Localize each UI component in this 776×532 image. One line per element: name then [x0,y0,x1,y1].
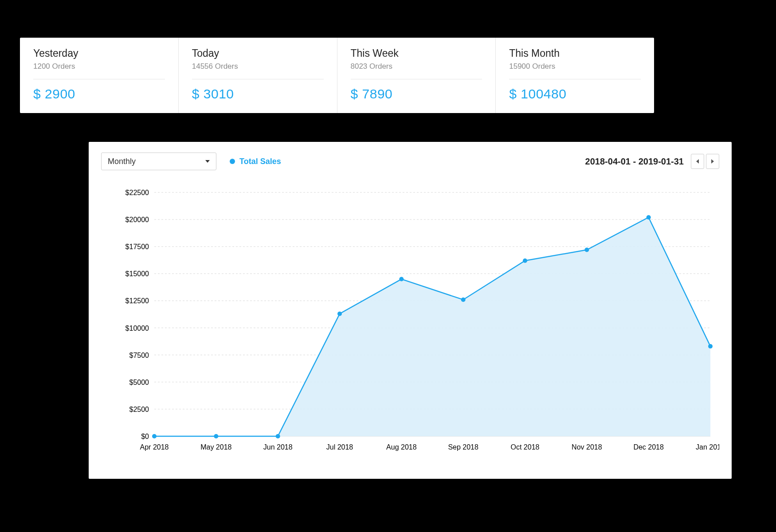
stat-subtitle: 15900 Orders [509,62,641,71]
stat-divider [33,79,165,79]
legend-dot-icon [230,159,235,164]
x-tick-label: Jun 2018 [263,443,293,451]
caret-down-icon [205,160,210,163]
svg-point-11 [214,434,218,438]
stat-value: $ 7890 [351,86,482,102]
y-tick-label: $12500 [125,297,149,305]
x-tick-label: Aug 2018 [386,443,417,451]
period-select[interactable]: Monthly [101,153,216,170]
y-tick-label: $10000 [125,325,149,332]
date-prev-button[interactable] [691,154,704,169]
svg-point-15 [461,297,466,302]
date-range-wrap: 2018-04-01 - 2019-01-31 [585,154,719,169]
y-tick-label: $17500 [125,243,149,250]
y-tick-label: $5000 [129,379,149,386]
stat-divider [351,79,482,79]
x-tick-label: Jul 2018 [326,443,353,451]
stat-subtitle: 14556 Orders [192,62,324,71]
stat-title: Today [192,47,324,59]
date-next-button[interactable] [706,154,719,169]
chevron-right-icon [711,159,714,164]
x-tick-label: May 2018 [200,443,231,451]
date-range: 2018-04-01 - 2019-01-31 [585,156,684,167]
chevron-left-icon [696,159,699,164]
y-tick-label: $22500 [125,189,149,196]
chart-toolbar: Monthly Total Sales 2018-04-01 - 2019-01… [101,153,719,170]
chart-plot: $0$2500$5000$7500$10000$12500$15000$1750… [101,188,719,463]
stat-title: Yesterday [33,47,165,59]
stat-card-today: Today 14556 Orders $ 3010 [179,38,337,113]
stat-card-this-week: This Week 8023 Orders $ 7890 [337,38,496,113]
stat-title: This Week [351,47,482,59]
x-tick-label: Oct 2018 [511,443,540,451]
stat-title: This Month [509,47,641,59]
stat-subtitle: 8023 Orders [351,62,482,71]
svg-point-10 [152,434,157,438]
stat-divider [509,79,641,79]
stat-card-yesterday: Yesterday 1200 Orders $ 2900 [20,38,179,113]
chart-legend: Total Sales [230,157,281,166]
period-select-value: Monthly [108,157,136,166]
svg-point-19 [708,344,713,348]
legend-label: Total Sales [239,157,281,166]
y-tick-label: $20000 [125,216,149,223]
svg-point-17 [584,248,589,252]
stat-divider [192,79,324,79]
stat-value: $ 3010 [192,86,324,102]
x-tick-label: Apr 2018 [140,443,169,451]
chart-svg: $0$2500$5000$7500$10000$12500$15000$1750… [101,188,719,463]
svg-point-18 [647,215,651,219]
stats-row: Yesterday 1200 Orders $ 2900 Today 14556… [20,38,654,113]
svg-point-14 [399,277,404,282]
x-tick-label: Dec 2018 [633,443,664,451]
chart-panel: Monthly Total Sales 2018-04-01 - 2019-01… [89,142,732,479]
x-tick-label: Sep 2018 [448,443,478,451]
svg-point-12 [276,434,280,438]
svg-point-13 [337,312,342,316]
stat-value: $ 2900 [33,86,165,102]
y-tick-label: $2500 [129,406,149,413]
stat-card-this-month: This Month 15900 Orders $ 100480 [496,38,654,113]
y-tick-label: $0 [141,433,149,440]
stat-value: $ 100480 [509,86,641,102]
y-tick-label: $15000 [125,270,149,278]
y-tick-label: $7500 [129,352,149,359]
stat-subtitle: 1200 Orders [33,62,165,71]
x-tick-label: Jan 2019 [696,443,719,451]
x-tick-label: Nov 2018 [572,443,602,451]
svg-point-16 [523,258,527,263]
